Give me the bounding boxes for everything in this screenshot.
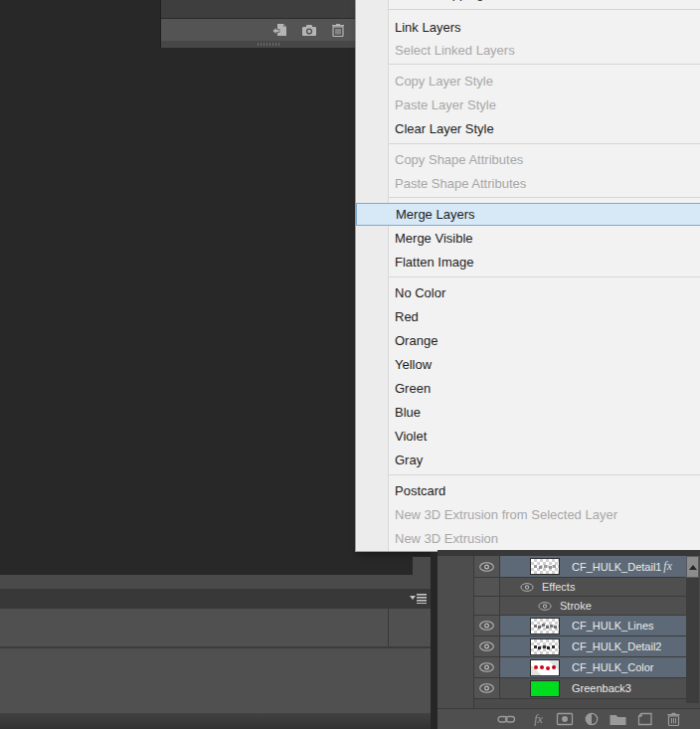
layer-thumbnail[interactable] [530, 659, 560, 676]
eye-icon [479, 683, 494, 693]
menu-item-orange[interactable]: Orange [356, 329, 700, 353]
history-panel [160, 0, 356, 48]
effects-label[interactable]: Effects [542, 581, 575, 593]
menu-item-copy-shape-attributes: Copy Shape Attributes [356, 148, 700, 172]
layers-panel-toolbar: fx [438, 708, 700, 729]
menu-item-paste-layer-style: Paste Layer Style [356, 93, 700, 117]
layer-name[interactable]: CF_HULK_Detail1 [572, 561, 661, 573]
layer-style-fx-icon[interactable]: fx [529, 711, 548, 727]
grip-dots [258, 43, 279, 46]
menu-item-violet[interactable]: Violet [356, 425, 700, 449]
menu-item-link-layers[interactable]: Link Layers [356, 16, 700, 40]
menu-item-merge-layers[interactable]: Merge Layers [356, 203, 700, 226]
menu-item-green[interactable]: Green [356, 377, 700, 401]
new-layer-icon[interactable] [636, 711, 655, 727]
menu-item-merge-visible[interactable]: Merge Visible [356, 227, 700, 251]
eye-icon [479, 562, 494, 572]
layer-thumbnail[interactable] [530, 558, 560, 575]
panel-top-bar [0, 575, 431, 589]
delete-state-trash-icon[interactable] [330, 23, 346, 37]
menu-item-clear-layer-style[interactable]: Clear Layer Style [356, 117, 700, 141]
add-layer-mask-icon[interactable] [556, 711, 575, 727]
menu-separator [389, 197, 700, 198]
menu-item-new-3d-extrusion: New 3D Extrusion [356, 527, 700, 551]
history-toolbar [161, 18, 356, 42]
panel-menu-icon[interactable] [410, 593, 428, 604]
panel-gap [431, 552, 438, 729]
eye-icon [479, 641, 494, 651]
menu-item-postcard[interactable]: Postcard [356, 479, 700, 503]
layer-row-cf-hulk-detail2[interactable]: CF_HULK_Detail2 [474, 637, 686, 657]
menu-item-yellow[interactable]: Yellow [356, 353, 700, 377]
effects-group-row[interactable]: Effects [474, 578, 686, 597]
scroll-up-arrow-icon [689, 565, 697, 570]
delete-layer-trash-icon[interactable] [664, 711, 683, 727]
menu-separator [389, 474, 700, 475]
layer-row-cf-hulk-detail1[interactable]: CF_HULK_Detail1 fx [474, 556, 686, 578]
stroke-label[interactable]: Stroke [560, 600, 592, 612]
adjustment-layer-icon[interactable] [583, 711, 602, 727]
layers-scrollbar-track[interactable] [686, 578, 699, 703]
menu-item-copy-layer-style: Copy Layer Style [356, 70, 700, 93]
panel-header-bar [0, 589, 431, 609]
stroke-effect-row[interactable]: Stroke [474, 597, 686, 616]
row-divider [0, 646, 431, 648]
eye-icon [479, 662, 494, 672]
visibility-toggle[interactable] [474, 678, 500, 698]
menu-item-create-clipping-mask[interactable]: Create Clipping Mask [356, 0, 700, 5]
column-divider [388, 609, 389, 646]
eye-icon[interactable] [538, 602, 552, 611]
bottom-left-panel [0, 575, 431, 729]
menu-item-no-color[interactable]: No Color [356, 281, 700, 305]
layer-name[interactable]: CF_HULK_Lines [572, 620, 654, 632]
panel-resize-strip[interactable] [161, 41, 356, 49]
menu-item-gray[interactable]: Gray [356, 449, 700, 472]
layer-row-cf-hulk-lines[interactable]: CF_HULK_Lines [474, 616, 686, 637]
layers-panel: CF_HULK_Detail1 fx Effects [438, 550, 700, 729]
menu-item-blue[interactable]: Blue [356, 401, 700, 425]
layers-panel-left-margin [438, 556, 474, 709]
menu-item-red[interactable]: Red [356, 305, 700, 329]
layer-thumbnail[interactable] [530, 638, 560, 655]
fx-badge[interactable]: fx [663, 559, 672, 574]
menu-item-new-3d-extrusion-from-selected-layer: New 3D Extrusion from Selected Layer [356, 503, 700, 527]
visibility-toggle[interactable] [474, 616, 500, 636]
visibility-toggle[interactable] [474, 556, 500, 577]
panel-content [0, 609, 431, 713]
layers-scroll-up-button[interactable] [686, 556, 699, 578]
menu-separator [389, 276, 700, 277]
menu-separator [389, 143, 700, 144]
layer-context-menu: Create Clipping Mask Link Layers Select … [355, 0, 700, 552]
new-group-folder-icon[interactable] [609, 711, 627, 727]
layer-name[interactable]: CF_HULK_Detail2 [572, 640, 661, 652]
eye-icon [479, 621, 494, 631]
panel-corner [413, 557, 431, 575]
layer-name[interactable]: CF_HULK_Color [572, 661, 654, 673]
layer-row-greenback3[interactable]: Greenback3 [474, 678, 686, 699]
layer-name[interactable]: Greenback3 [572, 682, 631, 694]
menu-item-paste-shape-attributes: Paste Shape Attributes [356, 172, 700, 196]
panel-footer [0, 713, 431, 729]
menu-separator [389, 64, 700, 65]
link-layers-icon[interactable] [497, 711, 516, 727]
empty-eye-cell [474, 597, 500, 615]
new-document-from-state-icon[interactable] [271, 23, 287, 37]
menu-item-select-linked-layers: Select Linked Layers [356, 39, 700, 63]
new-snapshot-camera-icon[interactable] [301, 23, 317, 37]
visibility-toggle[interactable] [474, 637, 500, 656]
visibility-toggle[interactable] [474, 657, 500, 677]
layer-thumbnail[interactable] [530, 618, 560, 635]
menu-item-flatten-image[interactable]: Flatten Image [356, 251, 700, 274]
history-list-bottom [161, 0, 356, 18]
eye-icon[interactable] [520, 583, 534, 592]
layer-row-cf-hulk-color[interactable]: CF_HULK_Color [474, 657, 686, 678]
layer-thumbnail[interactable] [530, 680, 560, 697]
empty-eye-cell [474, 578, 500, 596]
menu-separator [389, 9, 700, 10]
